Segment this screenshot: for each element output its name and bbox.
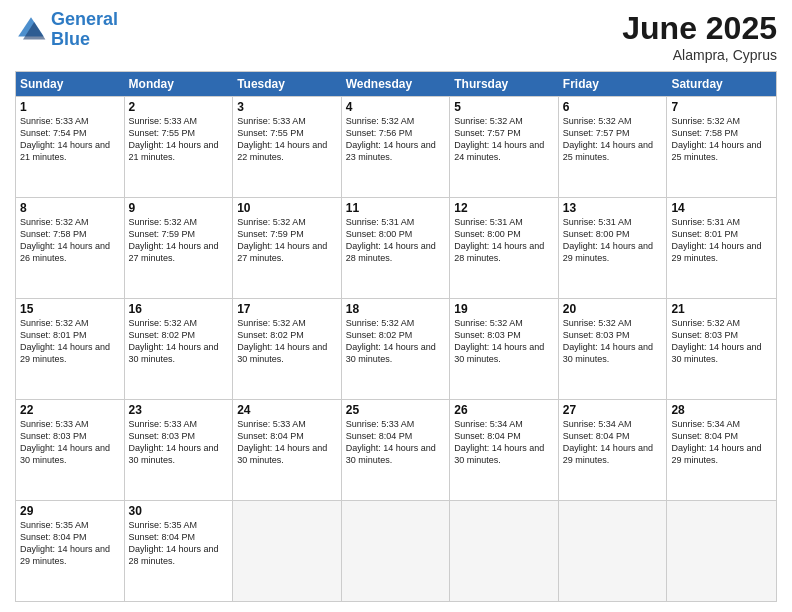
calendar-cell-5-4 [450,501,559,601]
calendar-cell-4-6: 28Sunrise: 5:34 AM Sunset: 8:04 PM Dayli… [667,400,776,500]
day-number: 23 [129,403,229,417]
day-info: Sunrise: 5:34 AM Sunset: 8:04 PM Dayligh… [454,418,554,467]
day-number: 5 [454,100,554,114]
calendar-row-5: 29Sunrise: 5:35 AM Sunset: 8:04 PM Dayli… [16,500,776,601]
calendar-cell-5-6 [667,501,776,601]
logo-icon [15,14,47,46]
day-info: Sunrise: 5:32 AM Sunset: 8:02 PM Dayligh… [346,317,446,366]
day-info: Sunrise: 5:35 AM Sunset: 8:04 PM Dayligh… [129,519,229,568]
calendar-cell-4-5: 27Sunrise: 5:34 AM Sunset: 8:04 PM Dayli… [559,400,668,500]
day-number: 24 [237,403,337,417]
calendar-cell-2-1: 9Sunrise: 5:32 AM Sunset: 7:59 PM Daylig… [125,198,234,298]
month-title: June 2025 [622,10,777,47]
day-info: Sunrise: 5:32 AM Sunset: 8:02 PM Dayligh… [129,317,229,366]
logo: General Blue [15,10,118,50]
day-number: 16 [129,302,229,316]
calendar-cell-3-4: 19Sunrise: 5:32 AM Sunset: 8:03 PM Dayli… [450,299,559,399]
calendar-cell-3-3: 18Sunrise: 5:32 AM Sunset: 8:02 PM Dayli… [342,299,451,399]
day-number: 27 [563,403,663,417]
calendar-cell-1-4: 5Sunrise: 5:32 AM Sunset: 7:57 PM Daylig… [450,97,559,197]
day-info: Sunrise: 5:33 AM Sunset: 7:55 PM Dayligh… [237,115,337,164]
calendar-cell-4-4: 26Sunrise: 5:34 AM Sunset: 8:04 PM Dayli… [450,400,559,500]
calendar-cell-3-6: 21Sunrise: 5:32 AM Sunset: 8:03 PM Dayli… [667,299,776,399]
calendar-cell-2-3: 11Sunrise: 5:31 AM Sunset: 8:00 PM Dayli… [342,198,451,298]
day-number: 30 [129,504,229,518]
day-number: 10 [237,201,337,215]
day-number: 17 [237,302,337,316]
day-number: 2 [129,100,229,114]
day-info: Sunrise: 5:32 AM Sunset: 7:57 PM Dayligh… [454,115,554,164]
logo-line2: Blue [51,29,90,49]
day-number: 19 [454,302,554,316]
calendar-header: Sunday Monday Tuesday Wednesday Thursday… [16,72,776,96]
day-number: 28 [671,403,772,417]
logo-line1: General [51,9,118,29]
calendar-cell-2-0: 8Sunrise: 5:32 AM Sunset: 7:58 PM Daylig… [16,198,125,298]
day-number: 3 [237,100,337,114]
calendar-cell-5-3 [342,501,451,601]
day-number: 25 [346,403,446,417]
calendar-cell-1-2: 3Sunrise: 5:33 AM Sunset: 7:55 PM Daylig… [233,97,342,197]
header-friday: Friday [559,72,668,96]
day-number: 14 [671,201,772,215]
header: General Blue June 2025 Alampra, Cyprus [15,10,777,63]
day-number: 11 [346,201,446,215]
calendar-body: 1Sunrise: 5:33 AM Sunset: 7:54 PM Daylig… [16,96,776,601]
header-thursday: Thursday [450,72,559,96]
day-info: Sunrise: 5:31 AM Sunset: 8:00 PM Dayligh… [563,216,663,265]
day-number: 26 [454,403,554,417]
day-info: Sunrise: 5:33 AM Sunset: 8:03 PM Dayligh… [129,418,229,467]
calendar-row-3: 15Sunrise: 5:32 AM Sunset: 8:01 PM Dayli… [16,298,776,399]
day-info: Sunrise: 5:33 AM Sunset: 7:55 PM Dayligh… [129,115,229,164]
header-saturday: Saturday [667,72,776,96]
day-number: 9 [129,201,229,215]
day-info: Sunrise: 5:34 AM Sunset: 8:04 PM Dayligh… [563,418,663,467]
day-number: 18 [346,302,446,316]
day-number: 8 [20,201,120,215]
day-number: 29 [20,504,120,518]
calendar-cell-2-6: 14Sunrise: 5:31 AM Sunset: 8:01 PM Dayli… [667,198,776,298]
calendar-row-1: 1Sunrise: 5:33 AM Sunset: 7:54 PM Daylig… [16,96,776,197]
day-number: 6 [563,100,663,114]
day-info: Sunrise: 5:33 AM Sunset: 8:04 PM Dayligh… [346,418,446,467]
day-info: Sunrise: 5:32 AM Sunset: 8:01 PM Dayligh… [20,317,120,366]
page: General Blue June 2025 Alampra, Cyprus S… [0,0,792,612]
calendar-cell-3-0: 15Sunrise: 5:32 AM Sunset: 8:01 PM Dayli… [16,299,125,399]
calendar-cell-5-5 [559,501,668,601]
calendar: Sunday Monday Tuesday Wednesday Thursday… [15,71,777,602]
day-info: Sunrise: 5:32 AM Sunset: 8:03 PM Dayligh… [671,317,772,366]
day-info: Sunrise: 5:32 AM Sunset: 7:58 PM Dayligh… [20,216,120,265]
day-info: Sunrise: 5:31 AM Sunset: 8:01 PM Dayligh… [671,216,772,265]
calendar-cell-5-2 [233,501,342,601]
calendar-cell-4-1: 23Sunrise: 5:33 AM Sunset: 8:03 PM Dayli… [125,400,234,500]
calendar-cell-3-5: 20Sunrise: 5:32 AM Sunset: 8:03 PM Dayli… [559,299,668,399]
day-number: 22 [20,403,120,417]
calendar-cell-4-3: 25Sunrise: 5:33 AM Sunset: 8:04 PM Dayli… [342,400,451,500]
day-info: Sunrise: 5:35 AM Sunset: 8:04 PM Dayligh… [20,519,120,568]
day-number: 21 [671,302,772,316]
calendar-cell-2-5: 13Sunrise: 5:31 AM Sunset: 8:00 PM Dayli… [559,198,668,298]
calendar-cell-2-2: 10Sunrise: 5:32 AM Sunset: 7:59 PM Dayli… [233,198,342,298]
day-info: Sunrise: 5:32 AM Sunset: 8:03 PM Dayligh… [563,317,663,366]
day-number: 12 [454,201,554,215]
day-info: Sunrise: 5:32 AM Sunset: 7:58 PM Dayligh… [671,115,772,164]
day-info: Sunrise: 5:32 AM Sunset: 8:02 PM Dayligh… [237,317,337,366]
calendar-cell-3-1: 16Sunrise: 5:32 AM Sunset: 8:02 PM Dayli… [125,299,234,399]
calendar-cell-5-1: 30Sunrise: 5:35 AM Sunset: 8:04 PM Dayli… [125,501,234,601]
day-number: 7 [671,100,772,114]
day-info: Sunrise: 5:33 AM Sunset: 7:54 PM Dayligh… [20,115,120,164]
calendar-cell-1-5: 6Sunrise: 5:32 AM Sunset: 7:57 PM Daylig… [559,97,668,197]
calendar-cell-4-0: 22Sunrise: 5:33 AM Sunset: 8:03 PM Dayli… [16,400,125,500]
day-info: Sunrise: 5:31 AM Sunset: 8:00 PM Dayligh… [346,216,446,265]
day-info: Sunrise: 5:32 AM Sunset: 7:56 PM Dayligh… [346,115,446,164]
day-info: Sunrise: 5:33 AM Sunset: 8:04 PM Dayligh… [237,418,337,467]
day-info: Sunrise: 5:32 AM Sunset: 7:59 PM Dayligh… [129,216,229,265]
calendar-cell-1-0: 1Sunrise: 5:33 AM Sunset: 7:54 PM Daylig… [16,97,125,197]
day-number: 20 [563,302,663,316]
day-number: 1 [20,100,120,114]
location: Alampra, Cyprus [622,47,777,63]
calendar-cell-2-4: 12Sunrise: 5:31 AM Sunset: 8:00 PM Dayli… [450,198,559,298]
day-info: Sunrise: 5:32 AM Sunset: 8:03 PM Dayligh… [454,317,554,366]
day-number: 4 [346,100,446,114]
day-info: Sunrise: 5:33 AM Sunset: 8:03 PM Dayligh… [20,418,120,467]
